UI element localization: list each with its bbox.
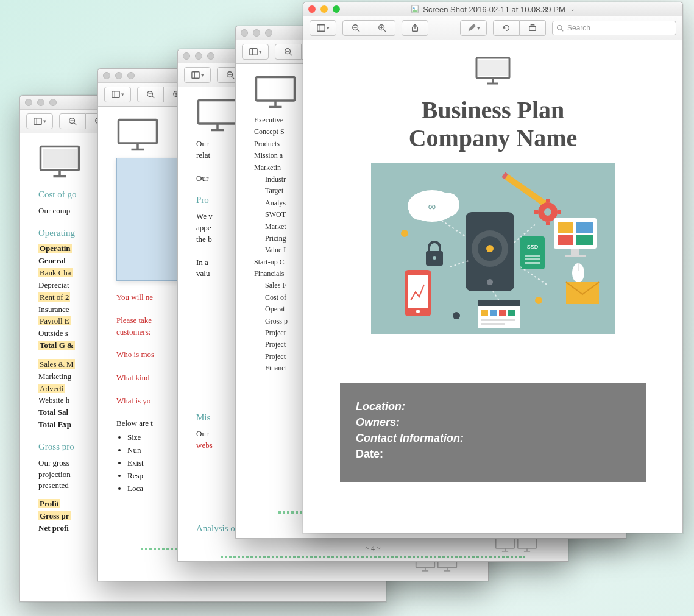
info-label-date: Date:: [356, 448, 630, 461]
svg-rect-122: [525, 255, 540, 257]
table-row: Payroll E: [38, 316, 71, 325]
svg-rect-127: [481, 310, 488, 316]
info-label-contact: Contact Information:: [356, 432, 630, 445]
svg-line-72: [358, 30, 360, 32]
svg-line-81: [561, 29, 563, 31]
fullscreen-button[interactable]: [333, 5, 340, 13]
svg-rect-10: [44, 150, 76, 167]
svg-rect-83: [480, 61, 507, 76]
zoom-out-button[interactable]: [342, 20, 369, 36]
rotate-button[interactable]: [493, 20, 520, 36]
toolbar: ▾ ▾ Search: [303, 16, 682, 40]
preview-window-front[interactable]: Screen Shot 2016-02-11 at 10.08.39 PM⌄ ▾…: [303, 2, 683, 533]
svg-rect-118: [408, 275, 428, 308]
svg-rect-40: [199, 101, 237, 124]
table-row: Bank Cha: [38, 268, 73, 277]
svg-rect-103: [558, 235, 573, 245]
table-row: Operatin: [40, 244, 71, 253]
table-row: Rent of 2: [38, 292, 70, 302]
traffic-lights[interactable]: [103, 72, 135, 79]
svg-point-89: [435, 193, 459, 217]
svg-point-113: [486, 245, 494, 252]
sidebar-toggle-button[interactable]: ▾: [26, 113, 53, 129]
zoom-out-button[interactable]: [59, 113, 86, 129]
chevron-down-icon: ⌄: [570, 6, 575, 12]
svg-point-95: [544, 208, 551, 216]
sidebar-toggle-button[interactable]: ▾: [184, 67, 211, 83]
info-label-owners: Owners:: [356, 416, 630, 429]
svg-rect-105: [571, 249, 579, 255]
svg-rect-128: [490, 310, 497, 316]
svg-rect-49: [249, 49, 257, 55]
svg-rect-22: [119, 120, 157, 144]
markup-button[interactable]: ▾: [460, 20, 487, 36]
svg-point-116: [433, 256, 436, 260]
svg-rect-129: [499, 310, 506, 316]
svg-rect-58: [257, 77, 295, 101]
svg-point-140: [453, 312, 460, 319]
logo-icon: [340, 56, 646, 88]
image-file-icon: [411, 5, 419, 13]
svg-rect-130: [508, 310, 515, 316]
table-row: General: [38, 256, 66, 265]
svg-point-80: [558, 26, 562, 30]
table-row: Total Exp: [38, 420, 71, 429]
svg-rect-67: [412, 5, 419, 13]
wavy-underline: [221, 556, 525, 558]
zoom-in-button[interactable]: [369, 20, 395, 36]
monitor-icon: [38, 144, 81, 179]
svg-line-16: [152, 96, 155, 99]
table-row: Adverti: [38, 384, 65, 393]
body-text: Our: [196, 429, 208, 438]
svg-rect-13: [112, 91, 119, 98]
monitor-icon: [254, 75, 297, 109]
svg-line-75: [384, 30, 386, 32]
window-title: Screen Shot 2016-02-11 at 10.08.39 PM⌄: [303, 5, 682, 14]
traffic-lights[interactable]: [25, 99, 57, 106]
zoom-out-button[interactable]: [275, 44, 302, 60]
svg-line-34: [232, 77, 235, 79]
svg-rect-69: [317, 25, 324, 32]
svg-line-3: [74, 123, 77, 126]
svg-line-52: [290, 54, 292, 56]
svg-rect-123: [525, 258, 540, 260]
traffic-lights[interactable]: [241, 29, 272, 37]
monitor-icon: [196, 98, 239, 132]
svg-point-119: [416, 310, 420, 313]
svg-rect-0: [34, 118, 41, 125]
svg-rect-126: [478, 300, 520, 306]
svg-point-138: [401, 230, 408, 237]
info-panel: Location: Owners: Contact Information: D…: [340, 383, 646, 482]
svg-rect-101: [558, 222, 573, 233]
svg-text:∞: ∞: [428, 200, 436, 213]
chevron-down-icon: ▾: [43, 118, 46, 124]
monitor-icon: [116, 118, 159, 152]
cover-title: Business Plan Company Name: [340, 96, 646, 152]
svg-rect-104: [576, 235, 593, 245]
sidebar-toggle-button[interactable]: ▾: [310, 20, 336, 36]
sidebar-toggle-button[interactable]: ▾: [104, 87, 131, 102]
traffic-lights[interactable]: [308, 5, 340, 13]
table-row: Sales & M: [38, 359, 75, 369]
traffic-lights[interactable]: [183, 52, 214, 60]
share-button[interactable]: [402, 20, 428, 36]
search-input[interactable]: Search: [552, 21, 676, 35]
svg-rect-124: [525, 262, 540, 264]
table-row: Total G &: [40, 341, 74, 350]
svg-rect-120: [520, 236, 545, 269]
zoom-out-button[interactable]: [137, 87, 164, 102]
minimize-button[interactable]: [320, 5, 328, 13]
sidebar-toggle-button[interactable]: ▾: [242, 44, 269, 60]
search-icon: [556, 24, 564, 32]
table-row: Gross pr: [40, 511, 69, 520]
svg-point-139: [535, 297, 542, 304]
svg-point-68: [413, 7, 415, 9]
svg-rect-79: [529, 26, 536, 30]
info-label-location: Location:: [356, 400, 630, 413]
titlebar[interactable]: Screen Shot 2016-02-11 at 10.08.39 PM⌄: [303, 2, 682, 16]
annotate-button[interactable]: [520, 20, 546, 36]
svg-point-114: [487, 279, 493, 285]
close-button[interactable]: [308, 5, 316, 13]
svg-rect-106: [565, 255, 586, 257]
svg-rect-131: [481, 319, 515, 321]
